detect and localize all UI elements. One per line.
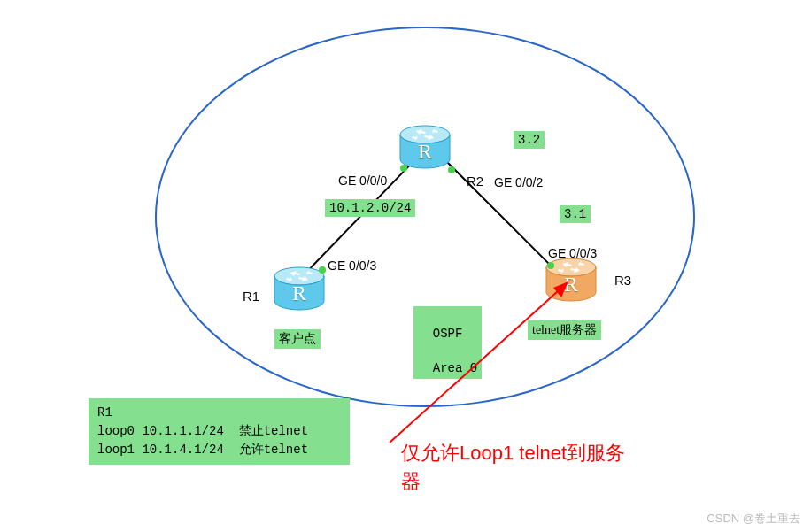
if-r2-ge002: GE 0/0/2 (494, 175, 543, 189)
annotation-text: 仅允许Loop1 telnet到服务 器 (401, 439, 773, 496)
router-letter: R (545, 273, 598, 297)
subnet-r1r2: 10.1.2.0/24 (325, 199, 415, 217)
router-r1[interactable]: R (273, 266, 326, 312)
annotation-line2: 器 (401, 470, 421, 492)
infobox-row1: loop0 10.1.1.1/24 禁止telnet (97, 424, 308, 438)
router-r3-role: telnet服务器 (528, 320, 601, 340)
ip-r2r3-top: 3.2 (514, 131, 545, 149)
port-dot (319, 266, 326, 274)
port-dot (400, 165, 407, 172)
if-r2-ge000: GE 0/0/0 (338, 173, 387, 188)
infobox-row2: loop1 10.1.4.1/24 允许telnet (97, 443, 308, 457)
router-letter: R (273, 281, 326, 305)
if-r1-ge003: GE 0/0/3 (328, 258, 376, 273)
router-r3-name: R3 (614, 273, 631, 288)
watermark: CSDN @卷土重去 (707, 511, 800, 527)
ip-r2r3-mid: 3.1 (560, 205, 591, 223)
router-r2-name: R2 (467, 173, 483, 189)
if-r3-ge003: GE 0/0/3 (548, 246, 597, 260)
router-r2[interactable]: R (398, 124, 452, 170)
ospf-area-label: OSPF Area 0 (413, 306, 482, 379)
port-dot (448, 166, 455, 173)
router-r1-role: 客户点 (274, 329, 321, 349)
ospf-line1: OSPF (433, 327, 463, 341)
r1-info-box: R1 loop0 10.1.1.1/24 禁止telnet loop1 10.1… (89, 398, 350, 465)
port-dot (547, 262, 554, 269)
ospf-line2: Area 0 (433, 361, 477, 375)
router-letter: R (398, 140, 452, 164)
annotation-line1: 仅允许Loop1 telnet到服务 (401, 442, 625, 464)
router-r1-name: R1 (243, 289, 259, 304)
infobox-title: R1 (97, 405, 112, 420)
